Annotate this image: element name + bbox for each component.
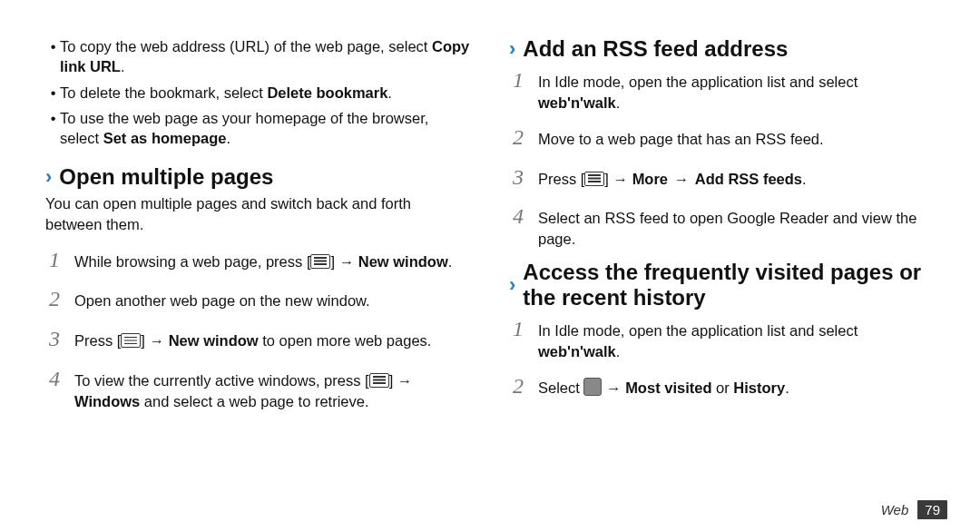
text: .: [121, 58, 125, 74]
arrow-text: →: [668, 171, 695, 187]
step-number: 1: [45, 245, 64, 276]
step: 4 Select an RSS feed to open Google Read…: [509, 202, 935, 250]
bold-label: Most visited: [625, 379, 711, 396]
text: ] →: [330, 253, 358, 270]
text: .: [387, 84, 392, 101]
text: or: [711, 379, 733, 396]
bold-label: Delete bookmark: [267, 84, 387, 101]
footer-page-number: 79: [917, 500, 947, 519]
left-column: To copy the web address (URL) of the web…: [45, 36, 471, 505]
step: 3 Press [] → More → Add RSS feeds.: [509, 163, 935, 193]
menu-icon: [121, 333, 141, 348]
bold-label: New window: [169, 332, 259, 349]
text: .: [448, 253, 453, 270]
step-body: While browsing a web page, press [] → Ne…: [74, 251, 471, 272]
step-number: 4: [45, 364, 64, 395]
step: 2 Open another web page on the new windo…: [45, 284, 471, 315]
step-body: In Idle mode, open the application list …: [538, 72, 935, 113]
chevron-icon: ›: [45, 167, 52, 187]
step-number: 1: [509, 314, 527, 345]
step-number: 2: [509, 123, 527, 153]
step-number: 3: [45, 324, 64, 355]
step-body: To view the currently active windows, pr…: [74, 370, 471, 412]
step: 2 Select → Most visited or History.: [509, 371, 935, 402]
step-body: Select an RSS feed to open Google Reader…: [538, 208, 935, 250]
text: .: [802, 171, 807, 187]
step: 1 In Idle mode, open the application lis…: [509, 314, 935, 362]
bold-label: Windows: [74, 393, 140, 409]
step-body: Press [] → New window to open more web p…: [74, 330, 471, 351]
step-body: Select → Most visited or History.: [538, 378, 935, 399]
step: 1 While browsing a web page, press [] → …: [45, 245, 471, 276]
text: ] →: [141, 332, 168, 349]
step-body: Press [] → More → Add RSS feeds.: [538, 169, 935, 190]
bullet-copy-link: To copy the web address (URL) of the web…: [60, 36, 471, 77]
heading-access-history: › Access the frequently visited pages or…: [509, 260, 935, 310]
step-body: Open another web page on the new window.: [74, 291, 471, 311]
text: ] →: [389, 372, 413, 389]
text: .: [785, 379, 789, 396]
text: Select: [538, 379, 583, 396]
chevron-icon: ›: [509, 39, 515, 59]
heading-text: Add an RSS feed address: [523, 36, 788, 62]
bold-label: Add RSS feeds: [695, 171, 802, 187]
heading-add-rss: › Add an RSS feed address: [509, 36, 935, 62]
steps-open-multiple-pages: 1 While browsing a web page, press [] → …: [45, 245, 471, 412]
step-number: 2: [45, 284, 64, 315]
text: To copy the web address (URL) of the web…: [60, 38, 432, 54]
manual-page: To copy the web address (URL) of the web…: [0, 0, 980, 532]
step-body: In Idle mode, open the application list …: [538, 320, 935, 362]
heading-text: Access the frequently visited pages or t…: [523, 260, 935, 310]
intro-text: You can open multiple pages and switch b…: [45, 193, 471, 234]
menu-icon: [369, 373, 389, 388]
text: To view the currently active windows, pr…: [74, 372, 369, 389]
bookmark-tab-icon: [583, 378, 602, 396]
text: Press [: [74, 332, 121, 349]
bullet-set-homepage: To use the web page as your homepage of …: [60, 108, 471, 149]
bullet-delete-bookmark: To delete the bookmark, select Delete bo…: [60, 83, 471, 103]
right-column: › Add an RSS feed address 1 In Idle mode…: [509, 36, 935, 505]
text: ] →: [604, 171, 632, 187]
step: 3 Press [] → New window to open more web…: [45, 324, 471, 355]
context-bullets: To copy the web address (URL) of the web…: [45, 36, 471, 148]
page-footer: Web 79: [881, 500, 947, 519]
menu-icon: [584, 172, 604, 186]
bold-label: New window: [358, 253, 448, 270]
text: To delete the bookmark, select: [60, 84, 267, 101]
step: 1 In Idle mode, open the application lis…: [509, 65, 935, 113]
heading-text: Open multiple pages: [59, 164, 273, 190]
text: .: [616, 94, 621, 111]
text: .: [616, 343, 621, 360]
step: 2 Move to a web page that has an RSS fee…: [509, 123, 935, 153]
step-number: 3: [509, 163, 527, 193]
step-number: 2: [509, 371, 527, 402]
text: Press [: [538, 171, 584, 187]
bold-label: History: [733, 379, 785, 396]
step-body: Move to a web page that has an RSS feed.: [538, 129, 935, 150]
heading-open-multiple-pages: › Open multiple pages: [45, 164, 471, 190]
steps-access-history: 1 In Idle mode, open the application lis…: [509, 314, 935, 402]
text: In Idle mode, open the application list …: [538, 322, 858, 339]
step-number: 1: [509, 65, 527, 96]
text: In Idle mode, open the application list …: [538, 74, 858, 90]
bold-label: web'n'walk: [538, 94, 616, 111]
bold-label: web'n'walk: [538, 343, 616, 360]
text: and select a web page to retrieve.: [140, 393, 368, 409]
footer-section-name: Web: [881, 502, 909, 517]
step-number: 4: [509, 202, 527, 232]
step: 4 To view the currently active windows, …: [45, 364, 471, 412]
bold-label: More: [632, 171, 668, 187]
menu-icon: [310, 254, 330, 269]
text: .: [226, 130, 230, 146]
text: →: [602, 379, 625, 396]
text: to open more web pages.: [259, 332, 432, 349]
bold-label: Set as homepage: [103, 130, 227, 146]
chevron-icon: ›: [509, 275, 515, 295]
steps-add-rss: 1 In Idle mode, open the application lis…: [509, 65, 935, 251]
text: While browsing a web page, press [: [74, 253, 310, 270]
